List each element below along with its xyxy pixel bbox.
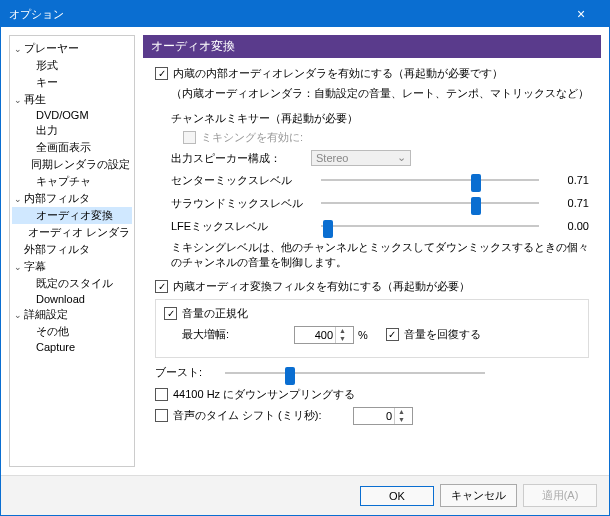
spin-down-icon[interactable]: ▼	[336, 335, 349, 343]
spin-up-icon[interactable]: ▲	[395, 408, 408, 416]
label-speaker-config: 出力スピーカー構成：	[171, 151, 311, 166]
tree-item-17[interactable]: その他	[12, 323, 132, 340]
caret-down-icon[interactable]: ⌄	[14, 262, 24, 272]
tree-item-label: 形式	[36, 58, 58, 73]
checkbox-recover-volume[interactable]	[386, 328, 399, 341]
tree-item-12[interactable]: 外部フィルタ	[12, 241, 132, 258]
label-lfe-mix: LFEミックスレベル	[171, 219, 311, 234]
tree-item-8[interactable]: キャプチャ	[12, 173, 132, 190]
main-panel: オーディオ変換 内蔵の内部オーディオレンダラを有効にする（再起動が必要です） （…	[143, 35, 601, 467]
numeric-timeshift[interactable]	[354, 409, 394, 423]
numeric-max-amp[interactable]	[295, 328, 335, 342]
checkbox-builtin-renderer[interactable]	[155, 67, 168, 80]
slider-center-mix[interactable]	[321, 171, 539, 189]
row-max-amp: 最大増幅: ▲▼ % 音量を回復する	[164, 326, 580, 344]
tree-item-label: Download	[36, 293, 85, 305]
row-center-mix: センターミックスレベル 0.71	[171, 171, 589, 189]
tree-item-18[interactable]: Capture	[12, 340, 132, 354]
label-surround-mix: サラウンドミックスレベル	[171, 196, 311, 211]
tree-item-15[interactable]: Download	[12, 292, 132, 306]
content-area: ⌄プレーヤー形式キー⌄再生DVD/OGM出力全画面表示同期レンダラの設定キャプチ…	[1, 27, 609, 475]
value-lfe-mix: 0.00	[549, 220, 589, 232]
value-surround-mix: 0.71	[549, 197, 589, 209]
tree-item-3[interactable]: ⌄再生	[12, 91, 132, 108]
tree-item-label: 字幕	[24, 259, 46, 274]
tree-item-5[interactable]: 出力	[12, 122, 132, 139]
label-max-amp: 最大増幅:	[164, 327, 294, 342]
tree-item-14[interactable]: 既定のスタイル	[12, 275, 132, 292]
close-icon[interactable]: ×	[561, 6, 601, 22]
checkbox-convert-filter[interactable]	[155, 280, 168, 293]
renderer-note: （内蔵オーディオレンダラ：自動設定の音量、レート、テンポ、マトリックスなど）	[171, 86, 589, 101]
slider-lfe-mix[interactable]	[321, 217, 539, 235]
row-lfe-mix: LFEミックスレベル 0.00	[171, 217, 589, 235]
caret-down-icon[interactable]: ⌄	[14, 194, 24, 204]
tree-item-9[interactable]: ⌄内部フィルタ	[12, 190, 132, 207]
titlebar: オプション ×	[1, 1, 609, 27]
button-bar: OK キャンセル 適用(A)	[1, 475, 609, 515]
label-mixing-enable: ミキシングを有効に:	[201, 130, 303, 145]
label-center-mix: センターミックスレベル	[171, 173, 311, 188]
label-boost: ブースト:	[155, 365, 215, 380]
checkbox-mixing-enable	[183, 131, 196, 144]
tree-item-label: 再生	[24, 92, 46, 107]
input-timeshift[interactable]: ▲▼	[353, 407, 413, 425]
ok-button[interactable]: OK	[360, 486, 434, 506]
label-builtin-renderer: 内蔵の内部オーディオレンダラを有効にする（再起動が必要です）	[173, 66, 503, 81]
tree-item-4[interactable]: DVD/OGM	[12, 108, 132, 122]
tree-item-7[interactable]: 同期レンダラの設定	[12, 156, 132, 173]
mixer-heading: チャンネルミキサー（再起動が必要）	[171, 111, 589, 126]
row-builtin-renderer: 内蔵の内部オーディオレンダラを有効にする（再起動が必要です）	[155, 66, 589, 81]
tree-item-10[interactable]: オーディオ変換	[12, 207, 132, 224]
label-normalize: 音量の正規化	[182, 306, 248, 321]
checkbox-normalize[interactable]	[164, 307, 177, 320]
select-speaker-config: Stereo	[311, 150, 411, 166]
row-convert-filter: 内蔵オーディオ変換フィルタを有効にする（再起動が必要）	[155, 279, 589, 294]
tree-item-13[interactable]: ⌄字幕	[12, 258, 132, 275]
unit-max-amp: %	[358, 329, 368, 341]
tree-item-label: プレーヤー	[24, 41, 79, 56]
row-normalize: 音量の正規化	[164, 306, 580, 321]
slider-boost[interactable]	[225, 364, 485, 382]
cancel-button[interactable]: キャンセル	[440, 484, 517, 507]
groupbox-normalize: 音量の正規化 最大増幅: ▲▼ % 音量を回復する	[155, 299, 589, 358]
caret-down-icon[interactable]: ⌄	[14, 95, 24, 105]
row-speaker-config: 出力スピーカー構成： Stereo	[171, 150, 589, 166]
tree-item-2[interactable]: キー	[12, 74, 132, 91]
spin-down-icon[interactable]: ▼	[395, 416, 408, 424]
tree-item-label: Capture	[36, 341, 75, 353]
tree-item-label: オーディオ変換	[36, 208, 113, 223]
section-header: オーディオ変換	[143, 35, 601, 58]
row-timeshift: 音声のタイム シフト (ミリ秒): ▲▼	[155, 407, 589, 425]
value-center-mix: 0.71	[549, 174, 589, 186]
checkbox-downsample[interactable]	[155, 388, 168, 401]
label-convert-filter: 内蔵オーディオ変換フィルタを有効にする（再起動が必要）	[173, 279, 470, 294]
tree-item-label: 同期レンダラの設定	[31, 157, 130, 172]
window-title: オプション	[9, 7, 561, 22]
label-recover-volume: 音量を回復する	[404, 327, 481, 342]
tree-item-label: 内部フィルタ	[24, 191, 90, 206]
tree-item-11[interactable]: オーディオ レンダラ	[12, 224, 132, 241]
spin-up-icon[interactable]: ▲	[336, 327, 349, 335]
input-max-amp[interactable]: ▲▼	[294, 326, 354, 344]
tree-item-label: キー	[36, 75, 58, 90]
apply-button: 適用(A)	[523, 484, 597, 507]
tree-item-16[interactable]: ⌄詳細設定	[12, 306, 132, 323]
tree-item-1[interactable]: 形式	[12, 57, 132, 74]
row-boost: ブースト:	[155, 364, 589, 382]
tree-item-label: 外部フィルタ	[24, 242, 90, 257]
tree-item-label: 詳細設定	[24, 307, 68, 322]
tree-item-0[interactable]: ⌄プレーヤー	[12, 40, 132, 57]
tree-item-label: キャプチャ	[36, 174, 91, 189]
tree-item-label: オーディオ レンダラ	[28, 225, 130, 240]
slider-surround-mix[interactable]	[321, 194, 539, 212]
label-timeshift: 音声のタイム シフト (ミリ秒):	[173, 408, 353, 423]
row-surround-mix: サラウンドミックスレベル 0.71	[171, 194, 589, 212]
caret-down-icon[interactable]: ⌄	[14, 44, 24, 54]
checkbox-timeshift[interactable]	[155, 409, 168, 422]
tree-item-label: 全画面表示	[36, 140, 91, 155]
nav-tree[interactable]: ⌄プレーヤー形式キー⌄再生DVD/OGM出力全画面表示同期レンダラの設定キャプチ…	[9, 35, 135, 467]
caret-down-icon[interactable]: ⌄	[14, 310, 24, 320]
tree-item-label: その他	[36, 324, 69, 339]
tree-item-6[interactable]: 全画面表示	[12, 139, 132, 156]
